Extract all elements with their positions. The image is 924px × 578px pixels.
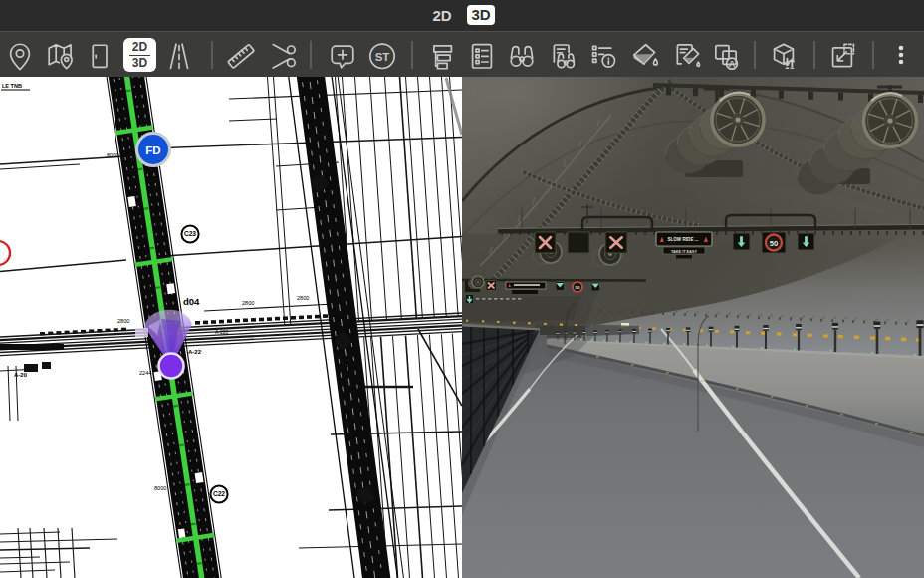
svg-text:ST: ST [375, 51, 390, 63]
svg-text:C22: C22 [213, 490, 225, 497]
svg-text:A-220: A-220 [215, 329, 229, 335]
svg-text:FD: FD [145, 144, 160, 156]
svg-text:TAKE IT EASY: TAKE IT EASY [671, 250, 697, 254]
svg-text:8000: 8000 [154, 485, 166, 491]
svg-text:2800: 2800 [242, 300, 254, 306]
svg-text:A-20: A-20 [14, 372, 28, 378]
svg-text:8000: 8000 [107, 152, 118, 158]
svg-text:2244: 2244 [139, 370, 151, 376]
svg-text:A-22: A-22 [188, 349, 202, 355]
svg-text:C23: C23 [184, 230, 196, 237]
svg-text:d04: d04 [183, 296, 200, 307]
svg-text:50: 50 [770, 239, 778, 248]
svg-text:LE TNB: LE TNB [2, 83, 22, 89]
svg-text:SLOW RIDE ...: SLOW RIDE ... [667, 237, 698, 242]
svg-text:50: 50 [576, 285, 580, 290]
svg-text:A: A [729, 59, 736, 69]
svg-text:2800: 2800 [297, 295, 309, 301]
svg-text:2800: 2800 [117, 318, 129, 324]
